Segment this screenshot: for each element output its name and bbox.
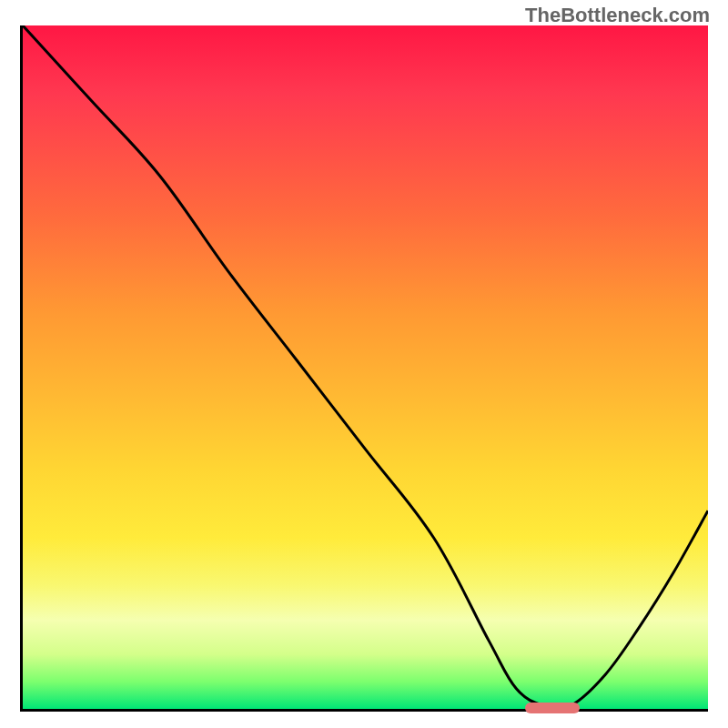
bottleneck-curve: [23, 25, 708, 709]
watermark-text: TheBottleneck.com: [525, 4, 710, 27]
plot-area: [20, 25, 708, 712]
optimal-marker: [525, 703, 580, 713]
curve-path: [23, 25, 708, 709]
